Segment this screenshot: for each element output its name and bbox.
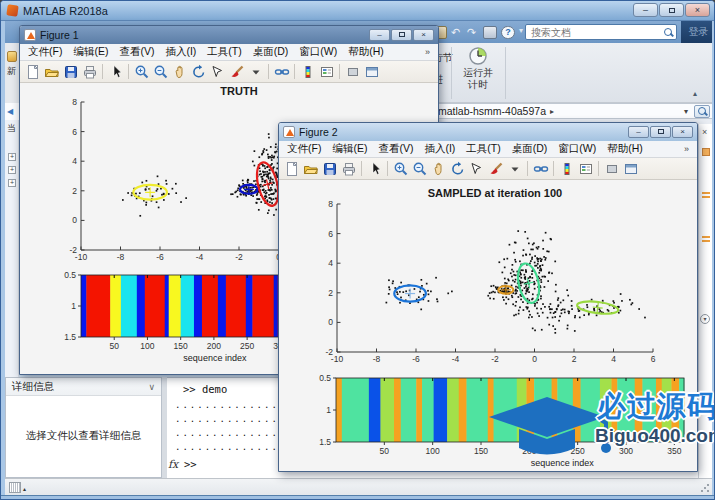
minimize-button[interactable]: – [628,126,649,138]
dock-minimal-icon[interactable] [603,160,620,177]
chevron-down-icon[interactable]: ∨ [148,382,155,392]
path-caret-icon[interactable]: ▸ [550,107,554,116]
restore-button[interactable] [650,126,671,138]
save-icon[interactable] [321,160,338,177]
dock-maximize-icon[interactable] [363,63,380,80]
redo-icon[interactable]: ↷ [467,26,479,39]
open-file-icon[interactable] [43,63,60,80]
menu-overflow-icon[interactable]: » [684,144,689,154]
menu-item-edit[interactable]: 编辑(E) [73,45,108,59]
minimize-button[interactable]: – [369,29,390,41]
insert-legend-icon[interactable] [577,160,594,177]
login-label[interactable]: 登录 [689,25,709,39]
menu-item-desktop[interactable]: 桌面(D) [512,142,548,156]
data-cursor-icon[interactable] [209,63,226,80]
rotate-3d-icon[interactable] [449,160,466,177]
cursor-icon[interactable] [107,63,124,80]
pan-icon[interactable] [171,63,188,80]
zoom-out-icon[interactable] [152,63,169,80]
pan-icon[interactable] [430,160,447,177]
tray-arrow-icon[interactable]: ▴ [23,485,26,492]
x-axis-label: sequence index [183,353,247,363]
link-plot-icon[interactable] [532,160,549,177]
minimize-button[interactable]: – [633,3,658,17]
close-button[interactable]: × [685,3,710,17]
tree-expand-icon[interactable]: + [8,166,16,174]
panel-close-icon[interactable]: × [702,127,707,137]
close-button[interactable]: × [413,29,434,41]
details-panel-header[interactable]: 详细信息 ∨ [6,378,161,396]
menu-item-edit[interactable]: 编辑(E) [332,142,367,156]
current-folder-path[interactable]: matlab-hsmm-40a597a [438,105,546,117]
print-icon[interactable] [81,63,98,80]
x-tick-label: 300 [619,446,633,456]
close-button[interactable]: × [672,126,693,138]
menu-item-tools[interactable]: 工具(T) [207,45,241,59]
menu-item-help[interactable]: 帮助(H) [607,142,643,156]
doc-search-box[interactable] [525,24,677,40]
zoom-out-icon[interactable] [411,160,428,177]
ribbon-collapse-icon[interactable]: ▴ [693,89,697,98]
brush-icon[interactable] [228,63,245,80]
insert-colorbar-icon[interactable] [558,160,575,177]
dock-minimal-icon[interactable] [344,63,361,80]
menu-item-view[interactable]: 查看(V) [378,142,413,156]
new-file-icon[interactable] [283,160,300,177]
menu-item-view[interactable]: 查看(V) [119,45,154,59]
menu-item-desktop[interactable]: 桌面(D) [253,45,289,59]
tree-expand-icon[interactable]: + [8,153,16,161]
zoom-in-icon[interactable] [133,63,150,80]
search-icon[interactable] [664,28,673,37]
help-icon[interactable]: ? [501,26,515,39]
open-file-icon[interactable] [302,160,319,177]
figure1-titlebar[interactable]: Figure 1–× [20,26,438,44]
dock-tray-icon[interactable] [9,482,21,493]
menu-item-window[interactable]: 窗口(W) [558,142,596,156]
clock-icon [467,45,489,67]
brush-icon[interactable] [487,160,504,177]
menu-item-insert[interactable]: 插入(I) [165,45,196,59]
browse-folder-button[interactable] [694,105,710,118]
insert-colorbar-icon[interactable] [299,63,316,80]
undo-icon[interactable]: ↶ [451,26,463,39]
figure1-menubar: 文件(F)编辑(E)查看(V)插入(I)工具(T)桌面(D)窗口(W)帮助(H)… [20,44,438,61]
cursor-icon[interactable] [366,160,383,177]
menu-item-file[interactable]: 文件(F) [287,142,321,156]
address-dropdown-icon[interactable]: ▾ [684,107,688,116]
tree-expand-icon[interactable]: + [8,179,16,187]
insert-legend-icon[interactable] [318,63,335,80]
menu-item-window[interactable]: 窗口(W) [299,45,337,59]
toolbar-separator [361,161,362,176]
new-file-icon[interactable] [24,63,41,80]
search-input[interactable] [529,26,664,39]
print-icon[interactable] [483,26,497,39]
menu-item-file[interactable]: 文件(F) [28,45,62,59]
resize-grip[interactable] [700,483,709,492]
login-area[interactable]: 登录 [681,21,715,43]
save-icon[interactable] [62,63,79,80]
menu-item-help[interactable]: 帮助(H) [348,45,384,59]
address-bar[interactable]: matlab-hsmm-40a597a ▸ ▾ [421,103,715,119]
brush-dropdown-icon[interactable] [506,160,523,177]
brush-dropdown-icon[interactable] [247,63,264,80]
restore-button[interactable] [391,29,412,41]
run-and-time-button[interactable]: 运行并 计时 [455,45,501,101]
rotate-3d-icon[interactable] [190,63,207,80]
menu-item-tools[interactable]: 工具(T) [466,142,500,156]
link-plot-icon[interactable] [273,63,290,80]
restore-button[interactable] [659,3,684,17]
new-script-icon[interactable] [7,51,17,62]
print-icon[interactable] [340,160,357,177]
menu-item-insert[interactable]: 插入(I) [424,142,455,156]
zoom-in-icon[interactable] [392,160,409,177]
figure2-menubar: 文件(F)编辑(E)查看(V)插入(I)工具(T)桌面(D)窗口(W)帮助(H)… [279,141,697,158]
fx-hint-button[interactable]: fx [168,458,178,471]
data-cursor-icon[interactable] [468,160,485,177]
dock-maximize-icon[interactable] [622,160,639,177]
figure2-titlebar[interactable]: Figure 2–× [279,123,697,141]
y-tick-label: 0.5 [64,270,76,280]
menu-overflow-icon[interactable]: » [425,47,430,57]
command-prompt: >> [184,458,197,470]
scroll-down-icon[interactable]: ▾ [700,314,710,324]
back-arrow-icon[interactable]: ◀ [7,107,13,116]
